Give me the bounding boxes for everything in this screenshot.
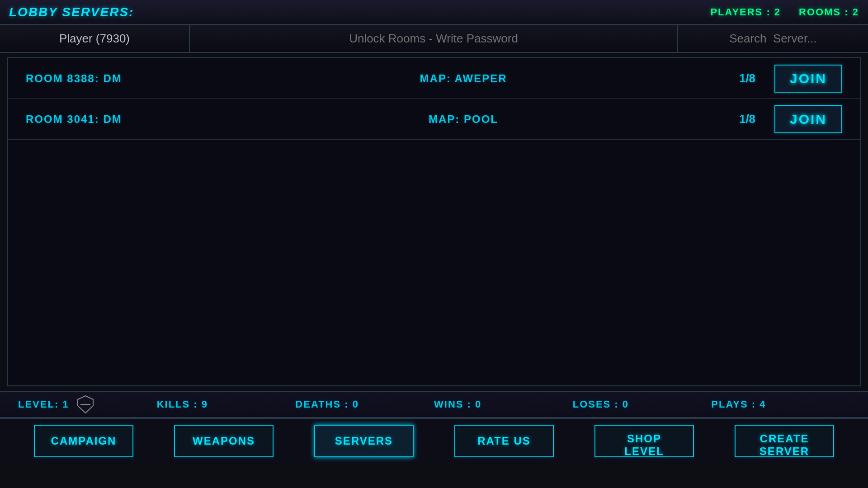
rooms-count: ROOMS : 2 [799,6,859,18]
lobby-title: LOBBY SERVERS: [9,5,134,19]
weapons-button[interactable]: WEAPONS [174,425,274,457]
password-box[interactable] [190,25,678,52]
search-box[interactable] [678,25,868,52]
plays-stat: PLAYS : 4 [711,399,850,410]
join-button-2[interactable]: JOIN [774,105,842,133]
kills-stat: KILLS : 9 [157,399,296,410]
top-right-stats: PLAYERS : 2 ROOMS : 2 [710,6,859,18]
join-button-1[interactable]: JOIN [774,65,842,93]
level-label: LEVEL: 1 [18,399,69,410]
room-map-1: MAP: AWEPER [207,72,720,85]
room-map-2: MAP: POOL [207,113,720,126]
loses-label: LOSES : 0 [573,399,629,410]
password-input[interactable] [190,32,677,46]
deaths-label: DEATHS : 0 [295,399,359,410]
wins-stat: WINS : 0 [434,399,573,410]
room-players-1: 1/8 [720,71,774,85]
players-count: PLAYERS : 2 [710,6,781,18]
room-name-1: ROOM 8388: DM [26,72,207,85]
room-name-2: ROOM 3041: DM [26,113,207,126]
campaign-button[interactable]: CAMPAIGN [34,425,133,457]
stats-bar: LEVEL: 1 KILLS : 9 DEATHS : 0 WINS : 0 L… [0,391,868,418]
bottom-nav: CAMPAIGN WEAPONS SERVERS RATE US SHOP LE… [0,418,868,463]
rate-us-button[interactable]: RATE US [454,425,554,457]
level-stat: LEVEL: 1 [18,395,157,414]
plays-label: PLAYS : 4 [711,399,766,410]
loses-stat: LOSES : 0 [573,399,712,410]
player-name-input[interactable] [0,32,189,46]
deaths-stat: DEATHS : 0 [295,399,434,410]
search-input[interactable] [678,32,868,46]
table-row[interactable]: ROOM 8388: DM MAP: AWEPER 1/8 JOIN [8,58,860,99]
table-row[interactable]: ROOM 3041: DM MAP: POOL 1/8 JOIN [8,99,860,140]
wins-label: WINS : 0 [434,399,481,410]
create-server-button[interactable]: CREATE SERVER [735,425,834,457]
player-name-box[interactable] [0,25,190,52]
shop-level-button[interactable]: SHOP LEVEL [594,425,694,457]
servers-button[interactable]: SERVERS [314,425,414,457]
shield-icon [76,395,95,414]
room-players-2: 1/8 [720,112,774,126]
server-list: ROOM 8388: DM MAP: AWEPER 1/8 JOIN ROOM … [7,57,861,386]
top-bar: LOBBY SERVERS: PLAYERS : 2 ROOMS : 2 [0,0,868,25]
kills-label: KILLS : 9 [157,399,208,410]
input-bar [0,25,868,53]
